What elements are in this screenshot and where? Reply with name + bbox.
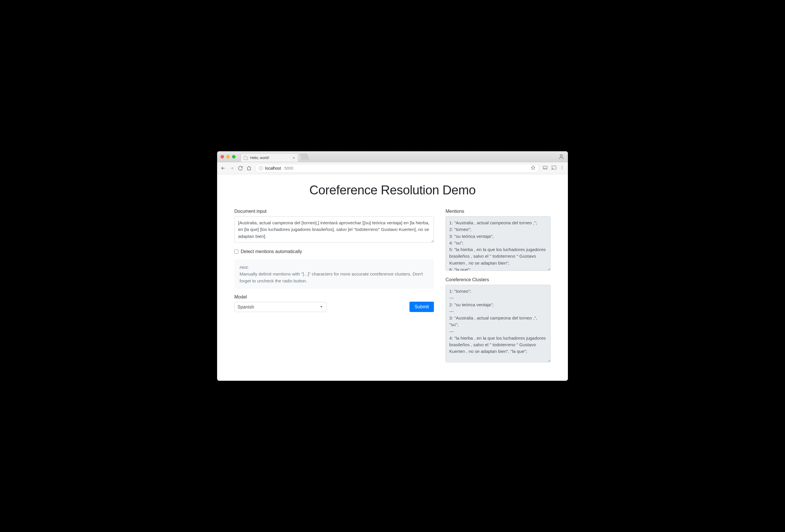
tab-close-icon[interactable]: × [293,156,295,160]
left-column: Document input Detect mentions automatic… [234,209,434,363]
clusters-output[interactable] [446,285,551,362]
window-minimize-icon[interactable] [226,155,230,158]
page-content: Coreference Resolution Demo Document inp… [217,174,568,381]
traffic-lights [221,155,235,158]
svg-point-4 [562,166,563,167]
svg-point-6 [562,169,563,169]
site-info-icon[interactable]: i [259,166,263,170]
submit-button[interactable]: Submit [409,302,434,312]
svg-point-3 [552,169,552,170]
svg-marker-1 [531,166,535,169]
window-close-icon[interactable] [221,155,224,158]
document-input-label: Document input [234,209,434,214]
mentions-output[interactable] [446,216,551,271]
cast-icon[interactable] [551,165,556,171]
menu-icon[interactable] [560,166,564,171]
url-host: localhost [265,166,281,171]
tab-title: Hello, world! [250,156,269,160]
new-tab-button[interactable] [299,154,310,160]
browser-window: Hello, world! × i localhost:5000 [217,151,568,381]
detect-mentions-checkbox[interactable] [234,250,238,254]
model-label: Model [234,295,326,300]
titlebar: Hello, world! × [217,151,568,162]
browser-tab[interactable]: Hello, world! × [241,153,298,162]
right-column: Mentions Coreference Clusters [446,209,551,363]
back-icon[interactable] [221,166,226,171]
browser-toolbar: i localhost:5000 [217,162,568,174]
reload-icon[interactable] [238,166,243,171]
svg-point-0 [560,154,562,156]
extension-icon[interactable] [542,165,548,171]
page-favicon-icon [244,156,248,160]
svg-rect-2 [543,166,547,169]
hint-box: Hint: Manually delimit mentions with "[.… [234,259,434,289]
mentions-label: Mentions [446,209,551,214]
clusters-label: Coreference Clusters [446,277,551,282]
bookmark-star-icon[interactable] [531,166,535,171]
toolbar-right-icons [542,165,564,171]
svg-point-5 [562,167,563,168]
hint-body: Manually delimit mentions with "[...]" c… [239,272,423,283]
model-select[interactable]: Spanish [234,302,326,312]
forward-icon[interactable] [229,166,234,171]
url-port: :5000 [283,166,293,171]
detect-mentions-label: Detect mentions automatically [241,249,302,254]
profile-icon[interactable] [558,154,564,160]
page-title: Coreference Resolution Demo [234,183,551,197]
hint-heading: Hint: [239,265,249,270]
home-icon[interactable] [247,166,252,171]
address-bar[interactable]: i localhost:5000 [255,164,539,173]
window-maximize-icon[interactable] [232,155,235,158]
document-input[interactable] [234,216,434,243]
